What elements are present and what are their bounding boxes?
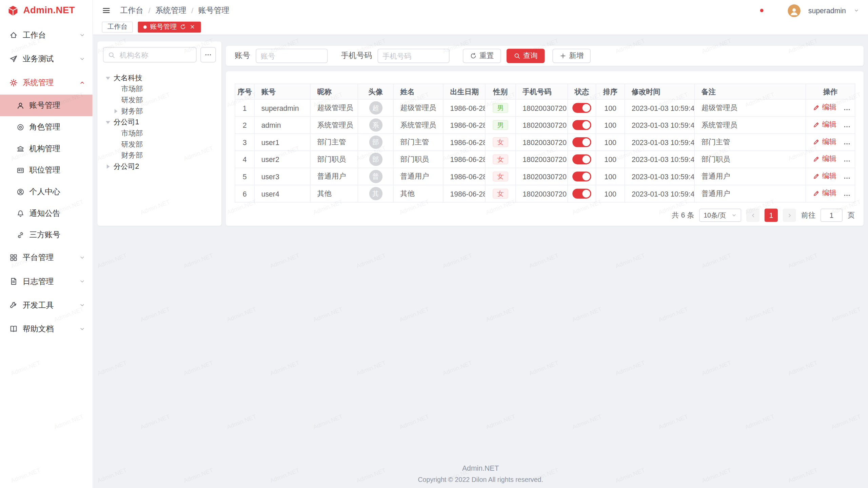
account-input[interactable] bbox=[256, 49, 328, 63]
phone-input[interactable] bbox=[378, 49, 450, 63]
cell-index: 4 bbox=[235, 151, 254, 168]
tree-node-7[interactable]: 财务部 bbox=[103, 150, 216, 161]
tree-node-5[interactable]: 市场部 bbox=[103, 128, 216, 139]
refresh-icon[interactable] bbox=[180, 24, 186, 30]
cell-nickname: 其他 bbox=[310, 185, 358, 202]
cell-phone: 18020030720 bbox=[516, 168, 568, 185]
sidebar-subitem-label: 三方账号 bbox=[29, 230, 60, 240]
cell-modified: 2023-01-03 10:59:44 bbox=[625, 99, 695, 117]
page-size-select[interactable]: 10条/页 bbox=[699, 209, 741, 222]
tree-node-8[interactable]: 分公司2 bbox=[103, 161, 216, 172]
sidebar-subitem-2-4[interactable]: 个人中心 bbox=[0, 181, 93, 203]
row-more-button[interactable] bbox=[843, 123, 851, 130]
search-button[interactable]: 查询 bbox=[507, 49, 545, 63]
more-icon bbox=[843, 157, 851, 165]
sidebar-item-5[interactable]: 开发工具 bbox=[0, 293, 93, 317]
edit-button[interactable]: 编辑 bbox=[813, 171, 836, 181]
cell-birthdate: 1986-06-28 bbox=[443, 168, 485, 185]
status-toggle[interactable] bbox=[572, 171, 591, 181]
breadcrumb-item[interactable]: 工作台 bbox=[120, 5, 143, 15]
edit-button[interactable]: 编辑 bbox=[813, 188, 836, 198]
org-search-input[interactable] bbox=[118, 50, 192, 60]
current-page[interactable]: 1 bbox=[765, 209, 778, 222]
cell-nickname: 部门职员 bbox=[310, 151, 358, 168]
caret-down-icon[interactable] bbox=[104, 74, 112, 82]
tree-caret-spacer bbox=[112, 96, 120, 104]
sidebar-subitem-2-5[interactable]: 通知公告 bbox=[0, 203, 93, 224]
sidebar-item-2[interactable]: 系统管理 bbox=[0, 71, 93, 95]
edit-button[interactable]: 编辑 bbox=[813, 154, 836, 164]
sidebar-item-3[interactable]: 平台管理 bbox=[0, 246, 93, 269]
edit-button[interactable]: 编辑 bbox=[813, 137, 836, 147]
more-icon bbox=[843, 174, 851, 182]
status-toggle[interactable] bbox=[572, 189, 591, 199]
sidebar-subitem-2-0[interactable]: 账号管理 bbox=[0, 95, 93, 116]
user-avatar: 系 bbox=[369, 118, 382, 131]
cell-name: 普通用户 bbox=[393, 168, 443, 185]
sidebar-subitem-label: 角色管理 bbox=[29, 122, 60, 132]
status-toggle[interactable] bbox=[572, 103, 591, 113]
cell-order: 100 bbox=[596, 185, 625, 202]
tree-caret-spacer bbox=[112, 85, 120, 93]
add-button[interactable]: 新增 bbox=[552, 49, 591, 63]
header-actions: superadmin bbox=[724, 4, 859, 17]
row-more-button[interactable] bbox=[843, 140, 851, 147]
tree-more-button[interactable] bbox=[200, 47, 216, 63]
sidebar-subitem-2-1[interactable]: 角色管理 bbox=[0, 116, 93, 138]
org-search bbox=[103, 47, 197, 63]
row-more-button[interactable] bbox=[843, 174, 851, 182]
cell-status bbox=[568, 117, 596, 134]
tree-node-2[interactable]: 研发部 bbox=[103, 95, 216, 106]
breadcrumb-item[interactable]: 账号管理 bbox=[198, 5, 229, 15]
tree-node-6[interactable]: 研发部 bbox=[103, 139, 216, 150]
row-more-button[interactable] bbox=[843, 105, 851, 113]
sidebar-item-0[interactable]: 工作台 bbox=[0, 23, 93, 47]
avatar[interactable] bbox=[788, 4, 801, 17]
cell-name: 部门职员 bbox=[393, 151, 443, 168]
cell-order: 100 bbox=[596, 117, 625, 134]
cell-name: 其他 bbox=[393, 185, 443, 202]
caret-right-icon[interactable] bbox=[104, 163, 112, 170]
tree-node-label: 市场部 bbox=[121, 128, 143, 138]
tree-node-4[interactable]: 分公司1 bbox=[103, 117, 216, 128]
docs-icon bbox=[9, 325, 18, 333]
cell-phone: 18020030720 bbox=[516, 185, 568, 202]
caret-right-icon[interactable] bbox=[112, 107, 120, 115]
username[interactable]: superadmin bbox=[808, 6, 846, 15]
column-header: 状态 bbox=[568, 84, 596, 99]
logo[interactable]: Admin.NET bbox=[0, 0, 93, 21]
sidebar-item-1[interactable]: 业务测试 bbox=[0, 47, 93, 71]
status-toggle[interactable] bbox=[572, 155, 591, 164]
edit-label: 编辑 bbox=[822, 171, 836, 181]
caret-down-icon[interactable] bbox=[104, 118, 112, 126]
cell-actions: 编辑 bbox=[806, 151, 855, 168]
cell-avatar: 部 bbox=[358, 134, 393, 151]
column-header: 出生日期 bbox=[443, 84, 485, 99]
next-page-button[interactable] bbox=[783, 209, 796, 222]
sidebar-subitem-2-2[interactable]: 机构管理 bbox=[0, 138, 93, 160]
edit-button[interactable]: 编辑 bbox=[813, 103, 836, 113]
tree-node-3[interactable]: 财务部 bbox=[103, 106, 216, 117]
row-more-button[interactable] bbox=[843, 191, 851, 199]
status-toggle[interactable] bbox=[572, 137, 591, 147]
tree-node-1[interactable]: 市场部 bbox=[103, 84, 216, 95]
hamburger-icon[interactable] bbox=[102, 6, 111, 15]
edit-button[interactable]: 编辑 bbox=[813, 120, 836, 129]
goto-page-input[interactable] bbox=[821, 209, 843, 222]
status-toggle[interactable] bbox=[572, 120, 591, 130]
tab-1[interactable]: 账号管理 bbox=[138, 21, 201, 33]
reset-button[interactable]: 重置 bbox=[463, 49, 501, 63]
tab-0[interactable]: 工作台 bbox=[102, 21, 133, 33]
prev-page-button[interactable] bbox=[746, 209, 760, 222]
sidebar-subitem-2-6[interactable]: 三方账号 bbox=[0, 224, 93, 246]
profile-icon bbox=[17, 188, 24, 196]
sidebar-subitem-2-3[interactable]: 职位管理 bbox=[0, 159, 93, 181]
row-more-button[interactable] bbox=[843, 157, 851, 165]
tree-node-0[interactable]: 大名科技 bbox=[103, 73, 216, 84]
chevron-left-icon bbox=[750, 212, 756, 218]
chevron-down-icon[interactable] bbox=[854, 8, 859, 13]
close-icon[interactable] bbox=[189, 24, 195, 30]
sidebar-item-4[interactable]: 日志管理 bbox=[0, 269, 93, 293]
sidebar-item-6[interactable]: 帮助文档 bbox=[0, 317, 93, 341]
breadcrumb-item[interactable]: 系统管理 bbox=[155, 5, 186, 15]
